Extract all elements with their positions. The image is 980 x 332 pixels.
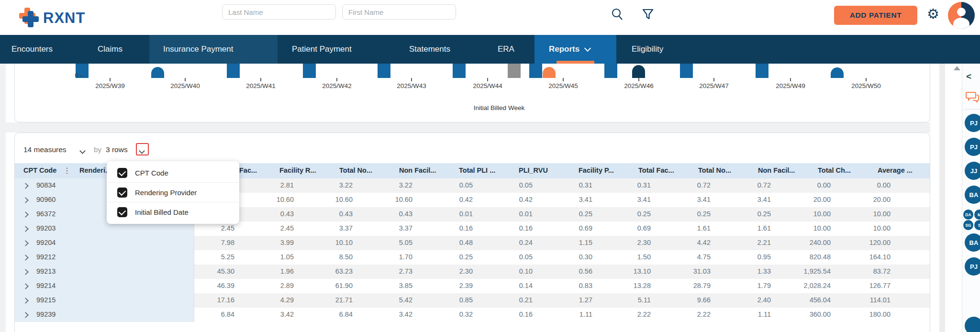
dropdown-item-rendering-provider[interactable]: Rendering Provider xyxy=(107,182,239,202)
column-header[interactable]: Non Facil... xyxy=(758,166,795,174)
avatar-pj[interactable]: PJ xyxy=(965,138,980,156)
column-header[interactable]: Total Fac... xyxy=(638,166,674,174)
column-menu-icon[interactable]: ⋮ xyxy=(63,166,71,175)
cpt-code-cell[interactable]: 99239 xyxy=(36,310,56,318)
cpt-code-cell[interactable]: 99214 xyxy=(36,282,56,289)
value-cell: 114.01 xyxy=(838,296,891,304)
add-patient-button[interactable]: ADD PATIENT xyxy=(834,6,917,25)
chart-bar-blue-W40[interactable] xyxy=(151,67,164,78)
avatar-ba[interactable]: BA xyxy=(965,233,980,252)
column-header[interactable]: Fac... xyxy=(239,166,257,174)
value-cell: 63.23 xyxy=(300,267,353,275)
filter-icon[interactable] xyxy=(641,8,655,21)
sidebar-collapse-chevron[interactable]: < xyxy=(966,72,971,81)
value-cell: 0.95 xyxy=(718,253,771,261)
table-row-99204: 992047.983.9910.105.050.480.241.152.304.… xyxy=(15,236,930,250)
cpt-code-cell[interactable]: 96372 xyxy=(36,210,56,218)
column-header[interactable]: Total No... xyxy=(698,166,731,174)
nav-item-statements[interactable]: Statements xyxy=(409,35,450,64)
checkbox-checked-icon[interactable] xyxy=(117,207,127,217)
chevron-down-icon xyxy=(584,45,591,52)
last-name-input[interactable] xyxy=(222,4,336,20)
value-cell: 10.00 xyxy=(838,224,891,232)
avatar-m[interactable]: M xyxy=(974,210,980,220)
avatar-pj[interactable]: PJ xyxy=(965,114,980,132)
value-cell: 46.39 xyxy=(182,282,234,289)
rows-selector[interactable]: 3 rows xyxy=(106,145,128,154)
nav-item-eligibility[interactable]: Eligibility xyxy=(632,35,663,64)
chat-icon[interactable] xyxy=(965,90,980,104)
value-cell: 2.73 xyxy=(360,267,412,275)
x-axis-tick-label: 2025/W49 xyxy=(776,82,805,89)
user-avatar[interactable] xyxy=(948,2,975,29)
chart-bar-blue-W43[interactable] xyxy=(378,64,390,78)
chart-bar-orange-W45[interactable] xyxy=(543,67,556,78)
value-cell: 3.41 xyxy=(598,196,651,203)
chart-bar-blue-W41[interactable] xyxy=(227,64,240,78)
avatar-bust-shape xyxy=(953,18,969,29)
gear-icon[interactable]: ⚙ xyxy=(927,7,939,21)
chart-bar-navy-W46[interactable] xyxy=(632,65,645,78)
cpt-code-cell[interactable]: 99212 xyxy=(36,253,56,261)
right-sidebar: < PJPJJJBADAMSGSBAPJ xyxy=(962,64,980,332)
avatar-sg[interactable]: SG xyxy=(963,220,973,230)
column-header[interactable]: PLI_RVU xyxy=(519,166,548,174)
value-cell: 3.37 xyxy=(360,224,412,232)
x-axis-tick xyxy=(866,78,867,81)
nav-item-patient-payment[interactable]: Patient Payment xyxy=(292,35,352,64)
measures-selector[interactable]: 14 measures xyxy=(23,145,67,154)
value-cell: 0.43 xyxy=(300,210,353,218)
nav-item-reports[interactable]: Reports xyxy=(549,35,590,64)
nav-item-insurance-payment[interactable]: Insurance Payment xyxy=(163,35,233,64)
header-cpt-code[interactable]: CPT Code xyxy=(23,166,56,174)
column-header[interactable]: Total No... xyxy=(339,166,372,174)
column-header[interactable]: Non Facil... xyxy=(399,166,436,174)
checkbox-checked-icon[interactable] xyxy=(117,168,127,178)
dropdown-item-cpt-code[interactable]: CPT Code xyxy=(107,163,239,182)
rxnt-logo[interactable]: RXNT xyxy=(19,7,124,29)
nav-item-encounters[interactable]: Encounters xyxy=(11,35,53,64)
avatar-jj[interactable]: JJ xyxy=(965,162,980,180)
nav-item-era[interactable]: ERA xyxy=(498,35,514,64)
column-header[interactable]: Total PLI ... xyxy=(459,166,495,174)
cpt-code-cell[interactable]: 90960 xyxy=(36,196,56,203)
cpt-code-cell[interactable]: 99215 xyxy=(36,296,56,304)
column-header[interactable]: Average ... xyxy=(878,166,913,174)
x-axis-tick xyxy=(713,78,714,81)
avatar-da[interactable]: DA xyxy=(963,210,973,220)
value-cell: 2.45 xyxy=(182,224,234,232)
avatar-pj[interactable]: PJ xyxy=(965,257,980,276)
dropdown-item-initial-billed-date[interactable]: Initial Billed Date xyxy=(107,202,239,221)
cpt-code-cell[interactable]: 99213 xyxy=(36,267,56,275)
chart-bar-blue-W44[interactable] xyxy=(453,64,466,78)
value-cell: 0.25 xyxy=(598,210,651,218)
nav-item-claims[interactable]: Claims xyxy=(98,35,122,64)
table-toolbar: 14 measures by 3 rows xyxy=(15,133,930,163)
measures-chevron-icon[interactable] xyxy=(79,148,86,154)
chart-bar-gray-W44[interactable] xyxy=(508,64,521,78)
value-cell: 0.48 xyxy=(420,239,473,246)
cpt-code-cell[interactable]: 99204 xyxy=(36,239,56,246)
table-scrollbar-track[interactable] xyxy=(939,64,945,332)
cpt-code-cell[interactable]: 99203 xyxy=(36,224,56,232)
value-cell: 10.60 xyxy=(300,196,353,203)
chart-bar-blue-W47[interactable] xyxy=(680,64,693,78)
column-header[interactable]: Facility P... xyxy=(579,166,614,174)
chart-bar-blue-W50[interactable] xyxy=(831,67,844,78)
chart-bar-blue-W42[interactable] xyxy=(303,64,316,78)
value-cell: 3.41 xyxy=(658,196,711,203)
chart-bar-blue-W45[interactable] xyxy=(529,64,542,78)
search-icon[interactable] xyxy=(611,8,624,21)
first-name-input[interactable] xyxy=(342,4,456,20)
avatar-ba[interactable]: BA xyxy=(965,186,980,204)
avatar-partial[interactable] xyxy=(965,317,980,332)
chart-bar-blue-W49[interactable] xyxy=(756,64,768,78)
chart-bar-blue-W46[interactable] xyxy=(604,64,617,78)
cpt-code-cell[interactable]: 90834 xyxy=(36,181,56,189)
avatar-s[interactable]: S xyxy=(974,220,980,230)
value-cell: 0.31 xyxy=(540,181,592,189)
column-header[interactable]: Total Ch... xyxy=(818,166,851,174)
column-header[interactable]: Facility R... xyxy=(279,166,316,174)
scroll-up-arrow-icon[interactable] xyxy=(954,66,960,70)
checkbox-checked-icon[interactable] xyxy=(117,188,127,198)
